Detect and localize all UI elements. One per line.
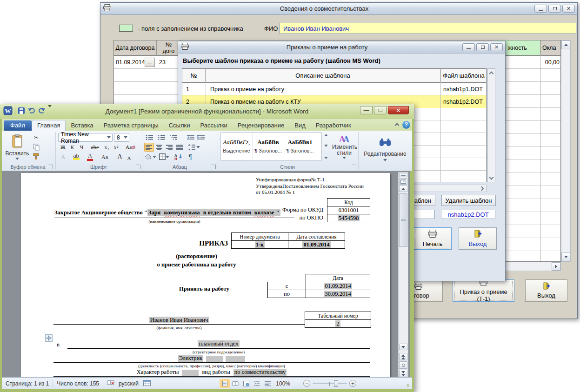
- strikethrough-button[interactable]: abe: [88, 143, 101, 152]
- tab-page-layout[interactable]: Разметка страницы: [99, 120, 164, 131]
- draft-view-icon[interactable]: [262, 379, 273, 388]
- highlight-color-button[interactable]: ab: [72, 152, 80, 161]
- clear-formatting-icon[interactable]: Aa: [125, 142, 136, 152]
- outline-view-icon[interactable]: [252, 379, 262, 388]
- tab-developer[interactable]: Разработчик: [311, 120, 356, 131]
- scroll-right-icon[interactable]: [478, 185, 485, 192]
- numbering-icon[interactable]: [157, 133, 167, 141]
- ruler-toggle-icon[interactable]: [399, 178, 407, 185]
- scroll-right-icon[interactable]: [552, 262, 560, 271]
- dialog-titlebar[interactable]: Приказы о приеме на работу ✕: [178, 41, 505, 53]
- pilcrow-icon[interactable]: ¶: [186, 153, 194, 161]
- col-header-file[interactable]: Файл шаблона: [440, 69, 487, 83]
- collapse-ribbon-icon[interactable]: [395, 120, 399, 129]
- language-indicator[interactable]: русский: [119, 380, 139, 387]
- col-header-description[interactable]: Описание шаблона: [206, 69, 440, 83]
- style-card[interactable]: АаБбВвГг, Выделение: [221, 133, 253, 159]
- close-button[interactable]: ✕: [562, 5, 575, 13]
- superscript-button[interactable]: x²: [112, 143, 120, 152]
- tab-view[interactable]: Вид: [289, 120, 311, 131]
- split-handle[interactable]: [399, 173, 407, 177]
- minimize-button[interactable]: —: [360, 106, 373, 114]
- change-case-button[interactable]: Аа: [99, 153, 111, 162]
- tab-mailings[interactable]: Рассылки: [195, 120, 233, 131]
- tab-insert[interactable]: Вставка: [66, 120, 98, 131]
- zoom-level[interactable]: 100%: [276, 380, 290, 387]
- template-file-field[interactable]: nshab1p2.DOT: [441, 210, 495, 219]
- zoom-thumb[interactable]: [334, 380, 338, 387]
- copy-icon[interactable]: [32, 143, 41, 151]
- font-name-combo[interactable]: Times New Roman: [58, 133, 113, 142]
- next-page-icon[interactable]: [399, 370, 407, 377]
- dialog-vertical-scrollbar[interactable]: [487, 68, 495, 182]
- scroll-thumb[interactable]: [399, 193, 407, 247]
- scroll-down-icon[interactable]: [488, 174, 495, 182]
- spellcheck-icon[interactable]: [107, 379, 115, 387]
- sort-icon[interactable]: АЯ: [173, 153, 184, 161]
- macro-record-icon[interactable]: [143, 380, 151, 387]
- select-browse-object-icon[interactable]: [399, 361, 407, 369]
- cell-salary[interactable]: 00,00: [535, 56, 560, 69]
- order-t1-button[interactable]: Приказ о приеме (Т-1): [453, 279, 514, 302]
- style-card[interactable]: АаБбВв1 ¶ Заголов...: [284, 133, 316, 159]
- minimize-button[interactable]: [534, 5, 547, 13]
- font-size-combo[interactable]: 8: [114, 133, 129, 142]
- tab-file[interactable]: Файл: [4, 120, 32, 131]
- cell-contract-date[interactable]: 01.09.2014: [116, 56, 145, 69]
- shrink-font-button[interactable]: А: [125, 153, 133, 162]
- change-styles-button[interactable]: AA Изменить стили: [331, 133, 357, 161]
- font-dialog-launcher-icon[interactable]: [136, 165, 140, 169]
- borders-icon[interactable]: [158, 153, 170, 161]
- page-indicator[interactable]: Страница: 1 из 1: [6, 380, 49, 387]
- decrease-indent-icon[interactable]: [186, 133, 195, 141]
- tab-references[interactable]: Ссылки: [164, 120, 195, 131]
- underline-button[interactable]: Ч: [77, 143, 86, 152]
- styles-dialog-launcher-icon[interactable]: [352, 165, 356, 169]
- styles-scroll-up-icon[interactable]: [324, 134, 328, 136]
- paragraph-dialog-launcher-icon[interactable]: [211, 165, 216, 169]
- italic-button[interactable]: К: [68, 143, 77, 152]
- bullets-icon[interactable]: [145, 133, 155, 141]
- style-card[interactable]: АаБбВв ¶ Заголов...: [253, 133, 284, 159]
- redo-icon[interactable]: [38, 107, 46, 116]
- tab-review[interactable]: Рецензирование: [233, 120, 289, 131]
- scroll-up-icon[interactable]: [399, 186, 407, 192]
- word-titlebar[interactable]: W Документ1 [Режим ограниченной функцион…: [0, 104, 414, 119]
- fio-input[interactable]: [280, 23, 576, 34]
- zoom-in-icon[interactable]: +: [349, 380, 356, 387]
- align-left-icon[interactable]: [144, 143, 154, 152]
- styles-scroll-down-icon[interactable]: [324, 145, 328, 147]
- main-exit-button[interactable]: Выход: [525, 279, 567, 302]
- close-button[interactable]: ✕: [490, 43, 503, 51]
- multilevel-list-icon[interactable]: [169, 133, 179, 141]
- scroll-down-icon[interactable]: [561, 252, 570, 261]
- maximize-button[interactable]: [548, 5, 561, 13]
- document-page[interactable]: Унифицированная форма№ Т-1 УтвержденаПос…: [21, 173, 390, 377]
- shading-icon[interactable]: [144, 153, 156, 161]
- increase-indent-icon[interactable]: [196, 133, 206, 141]
- tab-home[interactable]: Главная: [32, 120, 66, 131]
- word-vertical-scrollbar[interactable]: [398, 172, 408, 377]
- justify-icon[interactable]: [175, 143, 185, 152]
- line-spacing-icon[interactable]: [188, 143, 200, 152]
- print-button[interactable]: Печать: [413, 227, 452, 250]
- browse-button[interactable]: ...: [145, 58, 155, 67]
- font-color-button[interactable]: А: [86, 152, 94, 161]
- text-effects-button[interactable]: А: [59, 153, 67, 162]
- maximize-button[interactable]: [476, 43, 489, 51]
- word-count[interactable]: Число слов: 155: [57, 380, 99, 387]
- web-layout-view-icon[interactable]: [241, 379, 251, 388]
- align-center-icon[interactable]: [154, 143, 164, 152]
- styles-more-icon[interactable]: [324, 156, 328, 159]
- clipboard-dialog-launcher-icon[interactable]: [48, 165, 53, 169]
- paste-button[interactable]: Вставить: [6, 133, 29, 161]
- delete-template-button[interactable]: Удалить шаблон: [441, 195, 496, 206]
- cell-contract-no[interactable]: 23: [159, 56, 178, 69]
- col-header-no[interactable]: №: [182, 69, 206, 83]
- align-right-icon[interactable]: [165, 143, 174, 152]
- bold-button[interactable]: Ж: [59, 143, 67, 152]
- main-vertical-scrollbar[interactable]: [561, 40, 571, 262]
- close-button[interactable]: ✕: [388, 106, 409, 114]
- help-icon[interactable]: ?: [402, 121, 410, 129]
- table-move-handle-icon[interactable]: [45, 334, 53, 342]
